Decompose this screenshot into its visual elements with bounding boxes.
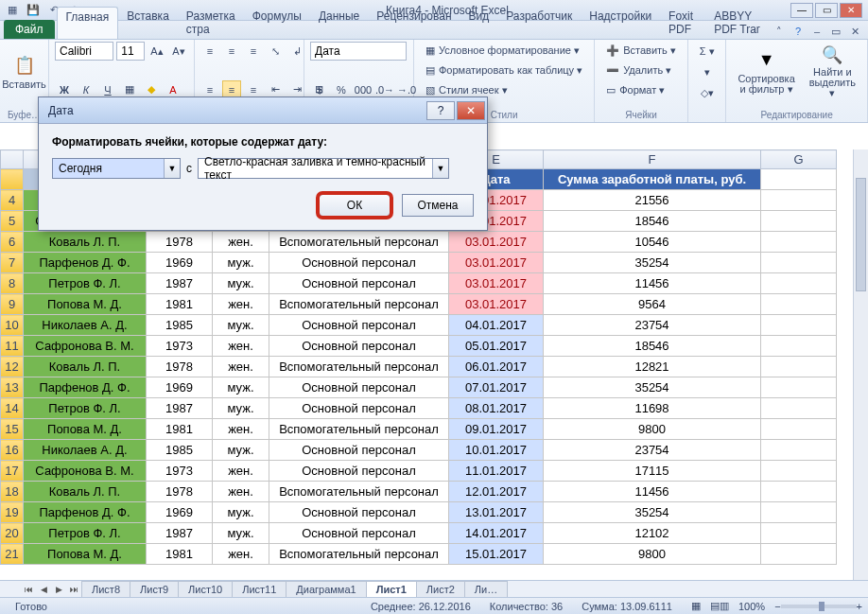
cell[interactable]: жен.	[213, 357, 269, 377]
cell[interactable]	[761, 544, 837, 565]
cell[interactable]: 1981	[147, 419, 213, 440]
date-operator-select[interactable]: Сегодня ▼	[52, 158, 181, 179]
vertical-scrollbar[interactable]	[853, 149, 868, 580]
cell[interactable]: Парфенов Д. Ф.	[24, 253, 147, 273]
ribbon-min-icon[interactable]: ˄	[772, 24, 787, 39]
cell[interactable]: 1987	[147, 273, 213, 294]
sheet-tab-5[interactable]: Лист1	[366, 581, 417, 597]
dialog-help-button[interactable]: ?	[426, 101, 455, 120]
sheet-nav-next-icon[interactable]: ▶	[51, 582, 66, 597]
zoom-slider[interactable]	[781, 605, 857, 608]
cell[interactable]: 03.01.2017	[449, 253, 544, 273]
wb-min-icon[interactable]: –	[809, 24, 825, 39]
cell[interactable]: 11698	[544, 398, 761, 419]
cell[interactable]: Вспомогательный персонал	[269, 482, 449, 502]
cell[interactable]	[761, 419, 837, 440]
cell[interactable]	[761, 190, 837, 211]
cell[interactable]: 1978	[147, 232, 213, 253]
cell[interactable]: 1969	[147, 377, 213, 398]
cell[interactable]: Попова М. Д.	[24, 294, 147, 315]
cell[interactable]: 12821	[544, 357, 761, 377]
ribbon-tab-4[interactable]: Данные	[310, 7, 368, 39]
row-header[interactable]: 4	[1, 190, 24, 211]
sheet-nav-last-icon[interactable]: ⏭	[66, 582, 81, 597]
align-bot-icon[interactable]: ≡	[244, 42, 263, 61]
format-table-button[interactable]: ▤Форматировать как таблицу ▾	[420, 61, 588, 79]
view-layout-icon[interactable]: ▤	[710, 600, 720, 612]
close-button[interactable]: ✕	[840, 3, 862, 18]
cell[interactable]: 03.01.2017	[449, 294, 544, 315]
cell[interactable]: 1978	[147, 482, 213, 502]
delete-cells-button[interactable]: ➖Удалить ▾	[600, 61, 682, 79]
sort-filter-button[interactable]: ▼ Сортировка и фильтр ▾	[732, 42, 800, 100]
cell[interactable]: 1981	[147, 294, 213, 315]
cell[interactable]: Петров Ф. Л.	[24, 398, 147, 419]
cell[interactable]: 23754	[544, 315, 761, 336]
clear-icon[interactable]: ◇▾	[694, 83, 720, 102]
wb-restore-icon[interactable]: ▭	[828, 24, 843, 39]
cell[interactable]: 9564	[544, 294, 761, 315]
cell[interactable]: 35254	[544, 253, 761, 273]
wb-close-icon[interactable]: ✕	[847, 24, 862, 39]
cell[interactable]	[761, 273, 837, 294]
format-cells-button[interactable]: ▭Формат ▾	[600, 81, 682, 99]
cell[interactable]: жен.	[213, 294, 269, 315]
row-header[interactable]: 13	[1, 377, 24, 398]
ribbon-tab-7[interactable]: Разработчик	[497, 7, 581, 39]
cancel-button[interactable]: Отмена	[402, 194, 474, 217]
ok-button[interactable]: ОК	[319, 194, 391, 217]
cell[interactable]: 17115	[544, 461, 761, 482]
zoom-value[interactable]: 100%	[729, 601, 774, 612]
font-size-select[interactable]: 11	[116, 42, 145, 61]
cell[interactable]: 1973	[147, 461, 213, 482]
sheet-tab-7[interactable]: Ли…	[464, 581, 508, 597]
cond-format-button[interactable]: ▦Условное форматирование ▾	[420, 42, 588, 60]
cell[interactable]	[761, 253, 837, 273]
file-tab[interactable]: Файл	[4, 20, 55, 39]
row-header[interactable]: 10	[1, 315, 24, 336]
view-break-icon[interactable]: ▥	[720, 600, 729, 612]
row-header[interactable]: 19	[1, 502, 24, 523]
sheet-tab-4[interactable]: Диаграмма1	[286, 581, 366, 597]
cell[interactable]: Основной персонал	[269, 398, 449, 419]
dialog-title-bar[interactable]: Дата ? ✕	[39, 97, 487, 124]
ribbon-tab-8[interactable]: Надстройки	[581, 7, 660, 39]
zoom-in-button[interactable]: +	[857, 601, 862, 612]
cell[interactable]: 21556	[544, 190, 761, 211]
cell[interactable]: муж.	[213, 502, 269, 523]
cell[interactable]: 35254	[544, 377, 761, 398]
cell[interactable]: 1978	[147, 357, 213, 377]
cell[interactable]: 06.01.2017	[449, 357, 544, 377]
cell[interactable]: Парфенов Д. Ф.	[24, 377, 147, 398]
ribbon-tab-6[interactable]: Вид	[460, 7, 498, 39]
cell[interactable]: муж.	[213, 377, 269, 398]
number-format-select[interactable]: Дата	[310, 42, 407, 61]
cell[interactable]: жен.	[213, 232, 269, 253]
cell[interactable]: муж.	[213, 398, 269, 419]
row-header[interactable]: 8	[1, 273, 24, 294]
row-header[interactable]: 5	[1, 211, 24, 232]
wrap-text-icon[interactable]: ↲	[287, 42, 306, 61]
cell[interactable]: 1973	[147, 336, 213, 357]
paste-button[interactable]: 📋 Вставить	[6, 42, 43, 100]
cell[interactable]: 03.01.2017	[449, 273, 544, 294]
cell[interactable]	[761, 461, 837, 482]
cell[interactable]: Коваль Л. П.	[24, 482, 147, 502]
cell[interactable]: 15.01.2017	[449, 544, 544, 565]
cell[interactable]: Коваль Л. П.	[24, 232, 147, 253]
row-header[interactable]: 12	[1, 357, 24, 377]
sheet-nav-prev-icon[interactable]: ◀	[36, 582, 51, 597]
align-mid-icon[interactable]: ≡	[222, 42, 241, 61]
cell[interactable]	[761, 294, 837, 315]
cell[interactable]: Парфенов Д. Ф.	[24, 502, 147, 523]
row-header[interactable]: 9	[1, 294, 24, 315]
cell[interactable]: Основной персонал	[269, 461, 449, 482]
cell[interactable]: 10546	[544, 232, 761, 253]
col-header[interactable]: G	[761, 150, 837, 169]
sheet-nav-first-icon[interactable]: ⏮	[21, 582, 36, 597]
cell[interactable]	[761, 523, 837, 544]
minimize-button[interactable]: —	[790, 3, 813, 18]
find-select-button[interactable]: 🔍 Найти и выделить ▾	[804, 42, 861, 100]
cell[interactable]: Попова М. Д.	[24, 419, 147, 440]
cell[interactable]: жен.	[213, 544, 269, 565]
